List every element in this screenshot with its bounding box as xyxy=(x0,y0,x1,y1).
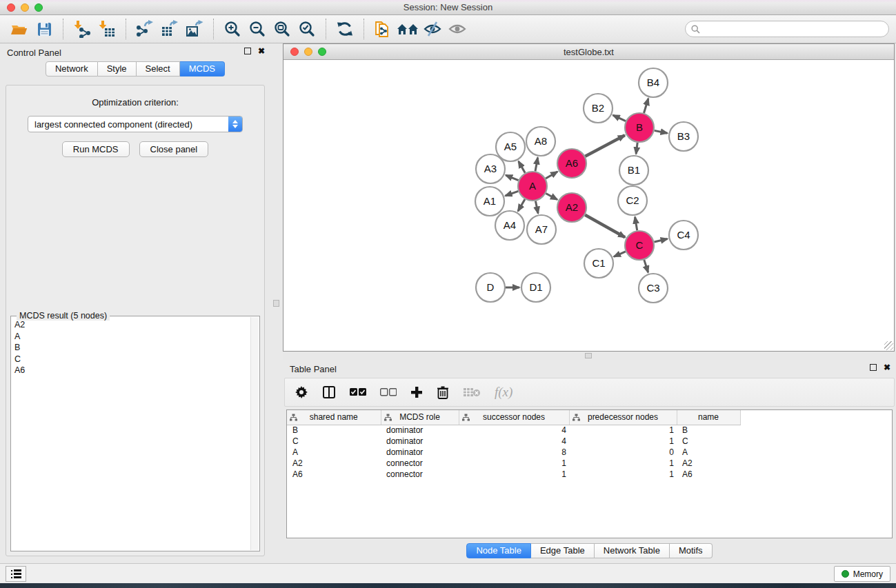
result-item[interactable]: A6 xyxy=(14,365,250,376)
export-network-button[interactable] xyxy=(132,18,157,40)
vertical-split-divider[interactable] xyxy=(270,43,283,563)
result-item[interactable]: C xyxy=(14,354,250,365)
home-button[interactable] xyxy=(395,18,420,40)
graph-edge-C-C1[interactable] xyxy=(614,252,626,256)
delete-table-button[interactable] xyxy=(463,382,481,403)
table-cell[interactable]: B xyxy=(287,425,381,436)
close-panel-icon[interactable]: ✖ xyxy=(884,364,890,371)
import-table-button[interactable] xyxy=(94,18,119,40)
table-cell[interactable]: A2 xyxy=(677,458,740,469)
open-session-button[interactable] xyxy=(7,18,32,40)
network-graph[interactable]: A5A8A3A1A4A7AA6A2B2B4B3B1BC2C4C1C3CDD1 xyxy=(283,60,894,351)
table-row[interactable]: A2connector11A2 xyxy=(287,458,740,469)
table-cell[interactable]: A xyxy=(677,447,740,458)
column-header-MCDS-role[interactable]: MCDS role xyxy=(381,410,459,425)
split-grip[interactable] xyxy=(585,353,592,358)
table-cell[interactable]: A xyxy=(287,447,381,458)
graph-edge-A-A7[interactable] xyxy=(535,201,538,214)
zoom-out-button[interactable] xyxy=(245,18,270,40)
table-cell[interactable]: 1 xyxy=(569,469,677,480)
memory-button[interactable]: Memory xyxy=(834,566,890,582)
graph-edge-C-C4[interactable] xyxy=(654,239,667,243)
table-cell[interactable]: 1 xyxy=(459,469,569,480)
table-cell[interactable]: 8 xyxy=(459,447,569,458)
close-panel-button[interactable]: Close panel xyxy=(139,141,209,157)
table-cell[interactable]: 1 xyxy=(569,425,677,436)
result-scrollbar[interactable] xyxy=(250,317,259,550)
refresh-button[interactable] xyxy=(332,18,357,40)
table-cell[interactable]: 4 xyxy=(459,436,569,447)
float-panel-icon[interactable] xyxy=(244,48,251,54)
window-resize-grip[interactable] xyxy=(884,341,893,350)
table-row[interactable]: Bdominator41B xyxy=(287,425,740,436)
table-cell[interactable]: C xyxy=(287,436,381,447)
network-window-titlebar[interactable]: testGlobe.txt xyxy=(283,44,894,60)
table-cell[interactable]: dominator xyxy=(381,436,459,447)
deselect-all-button[interactable] xyxy=(380,382,397,403)
graph-edge-A6-B[interactable] xyxy=(585,135,624,156)
horizontal-split-divider[interactable] xyxy=(283,352,896,360)
table-cell[interactable]: 1 xyxy=(569,436,677,447)
table-cell[interactable]: A6 xyxy=(677,469,740,480)
column-header-shared-name[interactable]: shared name xyxy=(287,410,381,425)
table-cell[interactable]: dominator xyxy=(381,447,459,458)
table-cell[interactable]: connector xyxy=(381,458,459,469)
hide-graphics-details-button[interactable] xyxy=(420,18,445,40)
split-grip[interactable] xyxy=(273,300,279,307)
node-table[interactable]: shared nameMCDS rolesuccessor nodesprede… xyxy=(286,409,893,538)
export-image-button[interactable] xyxy=(182,18,207,40)
column-header-successor-nodes[interactable]: successor nodes xyxy=(459,410,569,425)
add-row-button[interactable] xyxy=(410,382,423,403)
tab-edge-table[interactable]: Edge Table xyxy=(531,543,595,558)
table-row[interactable]: Adominator80A xyxy=(287,447,740,458)
graph-edge-A-A5[interactable] xyxy=(519,161,526,173)
graph-edge-A2-C[interactable] xyxy=(585,215,625,238)
table-cell[interactable]: 0 xyxy=(569,447,677,458)
tab-motifs[interactable]: Motifs xyxy=(670,543,713,558)
column-header-predecessor-nodes[interactable]: predecessor nodes xyxy=(569,410,677,425)
tab-style[interactable]: Style xyxy=(98,61,137,77)
table-cell[interactable]: dominator xyxy=(381,425,459,436)
import-network-button[interactable] xyxy=(70,18,94,40)
graph-edge-C-C2[interactable] xyxy=(635,217,637,231)
table-settings-button[interactable] xyxy=(295,382,308,403)
tab-node-table[interactable]: Node Table xyxy=(466,543,531,558)
graph-edge-A-A2[interactable] xyxy=(546,194,557,200)
function-builder-button[interactable]: f(x) xyxy=(495,382,512,403)
graph-edge-B-B1[interactable] xyxy=(636,143,637,154)
table-cell[interactable]: 4 xyxy=(459,425,569,436)
result-item[interactable]: A2 xyxy=(14,319,250,331)
graph-edge-C-C3[interactable] xyxy=(644,260,648,272)
table-cell[interactable]: 1 xyxy=(569,458,677,469)
clone-network-button[interactable] xyxy=(370,18,395,40)
network-canvas[interactable]: A5A8A3A1A4A7AA6A2B2B4B3B1BC2C4C1C3CDD1 xyxy=(283,60,894,351)
table-cell[interactable]: A2 xyxy=(287,458,381,469)
graph-edge-B-B3[interactable] xyxy=(655,130,668,133)
graph-edge-A-A8[interactable] xyxy=(535,158,538,172)
mcds-result-list[interactable]: A2ABCA6 xyxy=(12,319,250,550)
tab-mcds[interactable]: MCDS xyxy=(180,61,225,77)
task-history-button[interactable] xyxy=(6,566,26,582)
table-cell[interactable]: A6 xyxy=(287,469,381,480)
graph-edge-B-B4[interactable] xyxy=(644,99,648,113)
graph-edge-A-A6[interactable] xyxy=(546,172,557,179)
table-row[interactable]: Cdominator41C xyxy=(287,436,740,447)
result-item[interactable]: A xyxy=(14,331,250,343)
close-panel-icon[interactable]: ✖ xyxy=(258,48,265,54)
graph-edge-B-B2[interactable] xyxy=(613,115,626,121)
graph-edge-A-A3[interactable] xyxy=(506,175,518,181)
tab-select[interactable]: Select xyxy=(137,61,180,77)
search-field[interactable] xyxy=(685,21,889,37)
search-input[interactable] xyxy=(704,24,888,34)
table-row[interactable]: A6connector11A6 xyxy=(287,469,740,480)
save-session-button[interactable] xyxy=(32,18,57,40)
table-cell[interactable]: C xyxy=(677,436,740,447)
zoom-selected-button[interactable] xyxy=(295,18,319,40)
graph-edge-A-A1[interactable] xyxy=(506,191,519,196)
criterion-dropdown[interactable]: largest connected component (directed) xyxy=(28,116,243,132)
column-header-name[interactable]: name xyxy=(677,410,740,425)
show-columns-button[interactable] xyxy=(322,382,336,403)
table-cell[interactable]: B xyxy=(677,425,740,436)
graph-edge-A-A4[interactable] xyxy=(518,199,525,211)
table-cell[interactable]: connector xyxy=(381,469,459,480)
